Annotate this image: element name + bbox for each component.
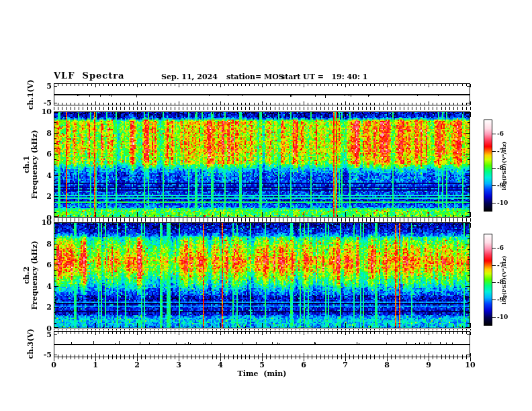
frequency-axis-label2: Frequency (kHz) bbox=[31, 241, 39, 310]
x-tick-label: 7 bbox=[343, 361, 348, 369]
ch1v-ytick-label: -5 bbox=[44, 99, 52, 107]
station-label: station= MOS bbox=[226, 73, 284, 81]
colorbar-2-tick-label: -8 bbox=[497, 279, 504, 285]
colorbar-1-tick-label: -7 bbox=[497, 148, 504, 154]
figure-title: VLF Spectra bbox=[54, 71, 124, 80]
ch3v-ytick-label: -5 bbox=[44, 351, 52, 359]
x-tick-label: 4 bbox=[218, 361, 223, 369]
x-tick-label: 5 bbox=[259, 361, 265, 369]
spectra-plot-canvas bbox=[0, 0, 532, 411]
x-tick-label: 6 bbox=[301, 361, 306, 369]
colorbar-2-tick-label: -6 bbox=[497, 245, 504, 251]
x-tick-label: 2 bbox=[134, 361, 140, 369]
colorbar-2-tick-label: -7 bbox=[497, 263, 504, 269]
x-tick-label: 10 bbox=[465, 361, 475, 369]
frequency-axis-label: Frequency (kHz) bbox=[31, 130, 39, 199]
ch1v-ytick-label: 5 bbox=[46, 83, 52, 90]
spec2-ytick-label: 2 bbox=[46, 304, 52, 311]
spec1-ytick-label: 4 bbox=[46, 172, 52, 179]
x-tick-label: 1 bbox=[93, 361, 98, 369]
date-label: Sep. 11, 2024 bbox=[161, 73, 218, 81]
spec1-ytick-label: 2 bbox=[46, 193, 52, 200]
start-ut-label: start UT = 19: 40: 1 bbox=[281, 73, 367, 81]
colorbar-2-tick-label: -10 bbox=[497, 314, 508, 320]
spec2-ytick-label: 4 bbox=[46, 283, 52, 290]
x-tick-label: 9 bbox=[426, 361, 431, 369]
spec2-ytick-label: 8 bbox=[46, 240, 52, 248]
spec1-ytick-label: 6 bbox=[46, 150, 52, 158]
spec2-ytick-label: 6 bbox=[46, 261, 52, 269]
spec1-ytick-label: 8 bbox=[46, 130, 52, 137]
ch3v-ytick-label: 5 bbox=[46, 331, 52, 338]
x-axis-title: Time (min) bbox=[238, 370, 287, 377]
x-tick-label: 3 bbox=[176, 361, 181, 369]
colorbar-1-tick-label: -6 bbox=[497, 131, 504, 137]
colorbar-1-tick-label: -9 bbox=[497, 183, 504, 189]
vlf-spectra-figure: VLF Spectra Sep. 11, 2024 station= MOS s… bbox=[0, 0, 532, 411]
colorbar-1-tick-label: -10 bbox=[497, 200, 508, 206]
spec2-ytick-label: 10 bbox=[42, 219, 52, 226]
colorbar-1-tick-label: -8 bbox=[497, 165, 504, 171]
colorbar-2-tick-label: -9 bbox=[497, 297, 504, 303]
x-tick-label: 8 bbox=[384, 361, 390, 369]
x-tick-label: 0 bbox=[51, 361, 56, 369]
spec1-ytick-label: 10 bbox=[42, 108, 52, 116]
